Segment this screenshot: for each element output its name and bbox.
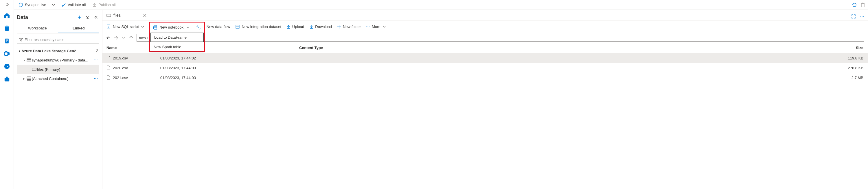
svg-rect-27 [153, 28, 154, 29]
more-button[interactable]: ··· More [366, 23, 385, 31]
table-row[interactable]: 2019.csv 01/03/2023, 17:44:02 119.8 KB [102, 53, 868, 63]
svg-rect-11 [6, 77, 7, 78]
breadcrumb-separator: › [147, 36, 148, 40]
download-icon [309, 25, 313, 29]
resource-tree: ▾ Azure Data Lake Storage Gen2 2 ▾ synap… [17, 46, 99, 83]
new-sql-script-button[interactable]: New SQL script [106, 23, 144, 31]
svg-rect-17 [27, 61, 31, 62]
file-icon [106, 56, 111, 60]
svg-rect-16 [27, 60, 31, 61]
popup-new-spark-table[interactable]: New Spark table [150, 42, 204, 51]
refresh-icon[interactable] [852, 2, 857, 7]
nav-up-icon[interactable] [128, 35, 134, 41]
filter-input[interactable] [25, 38, 97, 42]
upload-button[interactable]: Upload [286, 23, 304, 31]
left-icon-rail [0, 0, 14, 189]
file-tab-label: files [114, 13, 121, 17]
chevron-down-icon: ▾ [22, 59, 26, 62]
more-icon: ··· [366, 25, 370, 29]
svg-rect-30 [236, 25, 239, 29]
tree-item-more-icon[interactable]: ··· [93, 58, 99, 62]
new-integration-dataset-button[interactable]: New integration dataset [235, 23, 281, 31]
sidebar-tabs: Workspace Linked [17, 24, 99, 34]
tree-root-adls[interactable]: ▾ Azure Data Lake Storage Gen2 2 [17, 46, 99, 55]
collapse-icon[interactable] [92, 14, 99, 21]
rail-monitor-icon[interactable] [1, 61, 13, 72]
table-row[interactable]: 2020.csv 01/03/2023, 17:44:03 276.8 KB [102, 63, 868, 73]
branch-label: Synapse live [25, 3, 46, 7]
notebook-icon [153, 25, 158, 30]
rail-integrate-icon[interactable] [1, 48, 13, 60]
rail-data-icon[interactable] [1, 23, 13, 34]
dataset-icon [235, 25, 240, 29]
download-button[interactable]: Download [309, 23, 332, 31]
tab-linked[interactable]: Linked [58, 24, 99, 33]
content-area: files ··· [102, 10, 868, 189]
breadcrumb-row: files › sa [102, 33, 868, 43]
new-data-flow-button[interactable]: New data flow [207, 23, 230, 31]
file-tab-files[interactable]: files [103, 11, 149, 20]
svg-rect-26 [153, 27, 154, 28]
tab-more-icon[interactable]: ··· [859, 13, 866, 20]
table-row[interactable]: 2021.csv 01/03/2023, 17:44:03 2.7 MB [102, 73, 868, 82]
tree-container-files[interactable]: files (Primary) [17, 65, 99, 74]
storage-icon [26, 76, 32, 80]
file-table-header: Name Content Type Size [102, 43, 868, 53]
chevron-down-icon: ▾ [18, 49, 22, 52]
svg-rect-0 [6, 16, 7, 18]
tree-storage-account[interactable]: ▾ synapsetruhpw6 (Primary - data... ··· [17, 55, 99, 65]
add-icon[interactable] [76, 14, 83, 21]
new-data-flow-button-partial[interactable] [196, 25, 201, 30]
nav-forward-icon[interactable] [113, 35, 119, 41]
validate-all-button[interactable]: Validate all [60, 1, 88, 9]
col-header-content-type[interactable]: Content Type [299, 46, 830, 50]
expand-rail-button[interactable] [2, 2, 11, 7]
maximize-icon[interactable] [850, 13, 857, 20]
rail-develop-icon[interactable] [1, 35, 13, 47]
tree-item-more-icon[interactable]: ··· [93, 76, 99, 81]
sidebar-title: Data [17, 14, 75, 21]
tab-workspace[interactable]: Workspace [17, 24, 58, 33]
file-table: Name Content Type Size 2019.csv 01/03/20… [102, 43, 868, 82]
popup-load-to-dataframe[interactable]: Load to DataFrame [151, 33, 204, 42]
tree-attached-containers[interactable]: ▸ (Attached Containers) ··· [17, 74, 99, 83]
top-command-bar: Synapse live Validate all Publish all [14, 0, 868, 10]
sql-script-icon [106, 25, 111, 29]
data-flow-icon [196, 25, 201, 30]
chevron-down-icon [186, 26, 189, 29]
nav-back-icon[interactable] [105, 35, 112, 41]
svg-rect-8 [7, 52, 9, 55]
filter-icon [19, 38, 23, 42]
rail-home-icon[interactable] [1, 10, 13, 21]
breadcrumb-path[interactable]: files › sa [136, 34, 864, 42]
upload-icon [286, 25, 290, 29]
new-folder-button[interactable]: New folder [337, 23, 361, 31]
file-icon [106, 66, 111, 70]
svg-marker-13 [19, 3, 23, 7]
chevron-right-icon: ▸ [22, 77, 26, 80]
container-icon [31, 68, 37, 71]
col-header-size[interactable]: Size [830, 46, 868, 50]
svg-rect-14 [861, 4, 864, 7]
svg-rect-25 [153, 26, 154, 27]
svg-rect-24 [154, 26, 157, 30]
branch-selector[interactable]: Synapse live [17, 1, 57, 9]
filter-input-wrapper[interactable] [17, 36, 99, 44]
close-tab-icon[interactable] [123, 14, 146, 17]
publish-all-label: Publish all [98, 3, 116, 7]
dropdown-icon[interactable] [84, 14, 91, 21]
rail-manage-icon[interactable] [1, 73, 13, 85]
svg-rect-21 [27, 80, 31, 80]
svg-point-29 [199, 28, 200, 29]
svg-point-2 [5, 26, 9, 28]
plus-icon [337, 25, 341, 29]
nav-history-icon[interactable] [120, 35, 127, 41]
container-toolbar: New SQL script New notebook [102, 20, 868, 33]
svg-rect-10 [4, 78, 9, 81]
new-notebook-button[interactable]: New notebook [150, 23, 204, 32]
svg-rect-18 [32, 68, 36, 71]
svg-rect-3 [5, 39, 9, 44]
storage-icon [26, 58, 32, 62]
discard-icon[interactable] [861, 2, 865, 7]
svg-point-28 [197, 26, 198, 27]
